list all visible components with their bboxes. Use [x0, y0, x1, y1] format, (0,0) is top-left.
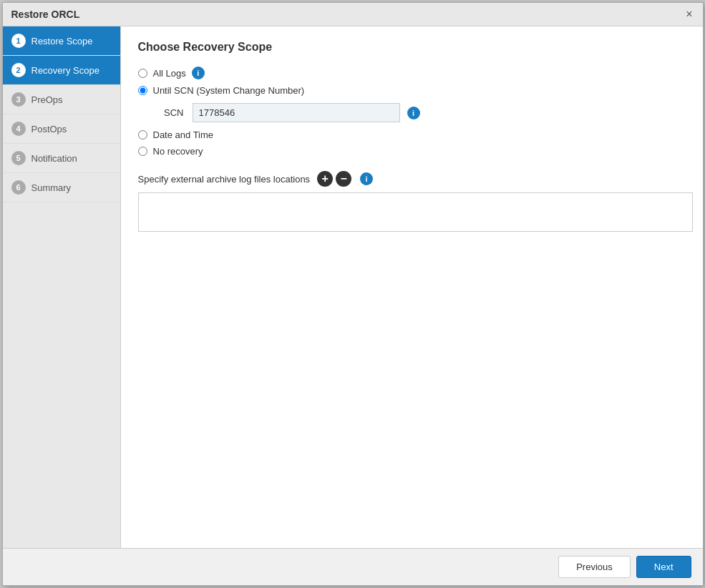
sidebar-label-5: Notification [31, 153, 77, 164]
archive-info-icon[interactable]: i [360, 172, 373, 185]
sidebar-label-4: PostOps [31, 124, 67, 134]
next-button[interactable]: Next [636, 556, 691, 578]
main-content: Choose Recovery Scope All Logs i Until S… [121, 26, 703, 548]
sidebar-item-summary[interactable]: 6 Summary [3, 173, 120, 202]
sidebar-item-recovery-scope[interactable]: 2 Recovery Scope [3, 56, 120, 85]
dialog-body: 1 Restore Scope 2 Recovery Scope 3 PreOp… [3, 26, 703, 548]
remove-archive-button[interactable]: − [336, 171, 351, 187]
archive-section: Specify external archive log files locat… [138, 171, 686, 234]
step-num-6: 6 [11, 180, 26, 195]
sidebar-label-3: PreOps [31, 94, 63, 105]
sidebar-item-notification[interactable]: 5 Notification [3, 144, 120, 173]
dialog-footer: Previous Next [3, 548, 703, 585]
scn-row: SCN i [155, 103, 686, 122]
dialog: Restore ORCL × 1 Restore Scope 2 Recover… [2, 2, 704, 586]
until-scn-row: Until SCN (System Change Number) [138, 85, 686, 96]
all-logs-info-icon[interactable]: i [192, 67, 205, 79]
archive-textarea[interactable] [138, 192, 693, 232]
radio-date-time[interactable] [138, 130, 147, 139]
scn-label: SCN [155, 107, 184, 118]
archive-label-text: Specify external archive log files locat… [138, 174, 311, 185]
sidebar-item-restore-scope[interactable]: 1 Restore Scope [3, 26, 120, 56]
no-recovery-row: No recovery [138, 146, 686, 157]
add-archive-button[interactable]: + [317, 171, 333, 187]
scn-input[interactable] [193, 103, 400, 122]
radio-no-recovery[interactable] [138, 147, 147, 156]
title-bar: Restore ORCL × [3, 3, 703, 26]
radio-all-logs-label[interactable]: All Logs [153, 68, 186, 79]
all-logs-row: All Logs i [138, 67, 686, 79]
close-button[interactable]: × [684, 9, 694, 20]
sidebar-item-preops[interactable]: 3 PreOps [3, 85, 120, 114]
sidebar: 1 Restore Scope 2 Recovery Scope 3 PreOp… [3, 26, 121, 548]
sidebar-label-1: Restore Scope [31, 36, 93, 46]
scn-info-icon[interactable]: i [407, 107, 420, 119]
sidebar-label-6: Summary [31, 182, 72, 193]
archive-label-row: Specify external archive log files locat… [138, 171, 686, 187]
dialog-title: Restore ORCL [11, 9, 80, 20]
radio-until-scn[interactable] [138, 86, 147, 95]
section-heading: Choose Recovery Scope [138, 41, 686, 54]
radio-all-logs[interactable] [138, 69, 147, 78]
radio-date-time-label[interactable]: Date and Time [153, 129, 214, 140]
step-num-1: 1 [11, 34, 26, 48]
date-time-row: Date and Time [138, 129, 686, 140]
previous-button[interactable]: Previous [558, 556, 631, 578]
step-num-3: 3 [11, 92, 26, 107]
radio-until-scn-label[interactable]: Until SCN (System Change Number) [153, 85, 305, 96]
step-num-4: 4 [11, 122, 26, 136]
step-num-5: 5 [11, 151, 26, 165]
radio-no-recovery-label[interactable]: No recovery [153, 146, 203, 157]
sidebar-label-2: Recovery Scope [31, 65, 99, 76]
sidebar-item-postops[interactable]: 4 PostOps [3, 114, 120, 144]
step-num-2: 2 [11, 63, 26, 77]
